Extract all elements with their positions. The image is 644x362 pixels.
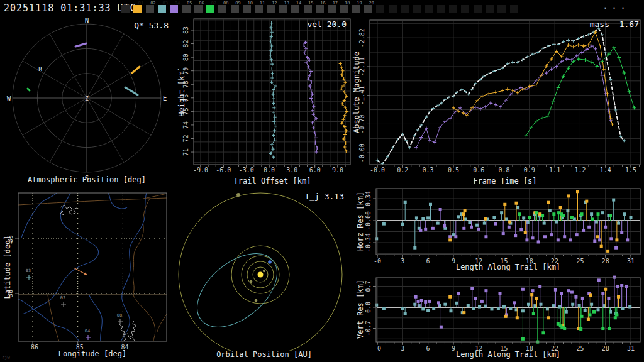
ground-map-panel [0,189,176,362]
station-number: 12 [272,1,277,6]
station-square-20[interactable]: 20 [364,5,372,13]
horz-residuals-panel [353,185,644,273]
station-square-09[interactable]: 09 [231,5,239,13]
station-square-02[interactable]: 02 [146,5,154,13]
overflow-menu-icon[interactable]: ... [602,0,629,11]
station-square-blank [437,5,445,13]
station-square-14[interactable]: 14 [291,5,299,13]
station-square-05[interactable]: 05 [182,5,191,13]
station-number: 18 [345,1,350,6]
height-y-title: Height [km] [178,67,186,116]
station-square-12[interactable]: 12 [267,5,275,13]
watermark: rjw [2,355,10,360]
station-square-01[interactable]: 01 [133,5,142,13]
station-square-18[interactable]: 18 [340,5,348,13]
atmospheric-axis-title: Atmospheric Position [deg] [28,176,146,184]
station-square-blank [413,5,421,13]
station-square-13[interactable]: 13 [279,5,287,13]
station-number: 05 [187,1,192,6]
station-square-11[interactable]: 11 [255,5,263,13]
station-square-blank [449,5,457,13]
station-number: 19 [357,1,362,6]
station-square-04[interactable]: 04 [170,5,178,13]
tisserand-annotation: T_j 3.13 [304,192,344,200]
station-square-blank [486,5,494,13]
station-number: 13 [284,1,289,6]
vert-residuals-panel [353,272,644,362]
station-square-19[interactable]: 19 [352,5,360,13]
station-square-06[interactable]: 06 [194,5,203,13]
station-square-blank [474,5,482,13]
station-number: 10 [248,1,253,6]
station-square-blank [510,5,518,13]
station-number: 11 [260,1,265,6]
velocity-annotation: vel 20.0 [307,20,347,28]
station-square-blank [461,5,469,13]
station-square-03[interactable]: 03 [158,5,166,13]
station-number: 08 [223,1,228,6]
station-square-blank [376,5,384,13]
station-number: 20 [369,1,374,6]
station-square-blank [401,5,409,13]
station-number: 15 [308,1,313,6]
station-number: 16 [320,1,325,6]
station-square-blank [121,5,130,13]
horz-res-x-title: Length Along Trail [km] [456,263,560,271]
orbital-position-panel [176,189,353,362]
trail-x-title: Trail Offset [km] [234,177,311,185]
station-square-15[interactable]: 15 [304,5,312,13]
station-number: 04 [175,1,180,6]
vert-res-y-title: Vert Res [km] [357,280,364,339]
meteor-dashboard: NSWEZR-9.0-6.0-3.00.03.06.09.08382807978… [0,0,644,362]
atmospheric-position-panel [5,16,175,189]
station-number: 01 [138,1,143,6]
q-star-annotation: Q* 53.8 [134,21,169,30]
station-square-17[interactable]: 17 [328,5,336,13]
trail-offset-panel [176,16,353,189]
station-square-blank [425,5,433,13]
station-number: 06 [199,1,204,6]
mass-annotation: mass -1.67 [590,20,639,28]
station-number: 09 [235,1,240,6]
station-number: 02 [150,1,155,6]
horz-res-y-title: Horz Res [km] [357,192,364,251]
station-square-07[interactable]: 07 [206,5,214,13]
station-number: 03 [162,1,167,6]
station-square-blank [497,5,506,13]
frame-time-x-title: Frame Time [s] [473,177,536,185]
station-number: 17 [333,1,338,6]
station-square-10[interactable]: 10 [243,5,251,13]
latitude-y-title: Latitude [deg] [4,235,11,299]
station-number: 14 [296,1,301,6]
station-square-blank [389,5,397,13]
station-status-strip: 0102030405060708091011121314151617181920 [0,0,644,15]
station-number: 07 [211,1,216,6]
station-square-16[interactable]: 16 [316,5,324,13]
longitude-x-title: Longitude [deg] [58,350,126,358]
orbital-x-title: Orbital Position [AU] [216,351,312,358]
abs-magnitude-y-title: Absolute Magnitude [353,52,360,133]
vert-res-x-title: Length Along Trail [km] [456,351,560,358]
light-curve-panel [353,16,644,189]
station-square-08[interactable]: 08 [218,5,226,13]
